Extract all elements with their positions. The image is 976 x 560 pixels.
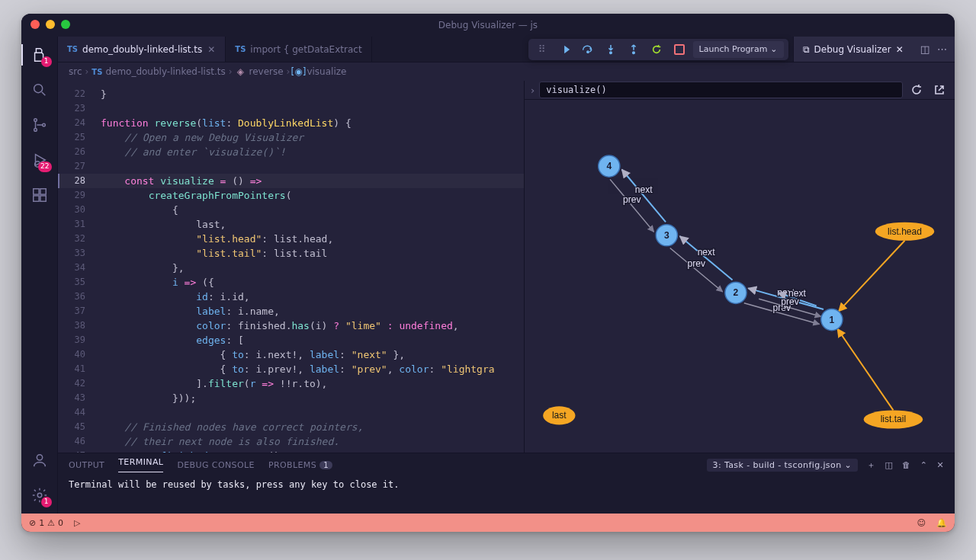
chevron-right-icon[interactable]: › (531, 85, 535, 96)
svg-line-32 (839, 241, 905, 312)
code-editor[interactable]: 2223242526272829303132333435363738394041… (58, 81, 524, 453)
bc-part: reverse (249, 66, 283, 77)
warning-icon: ⚠ (47, 518, 55, 528)
step-over-icon[interactable] (579, 40, 597, 59)
svg-point-10 (37, 493, 42, 498)
svg-rect-8 (40, 196, 45, 201)
gear-icon[interactable]: 1 (29, 485, 50, 506)
svg-point-3 (42, 123, 45, 126)
lang-icon: TS (92, 68, 102, 76)
svg-text:1: 1 (829, 315, 834, 325)
refresh-icon[interactable] (907, 81, 926, 99)
panel-tab-output[interactable]: OUTPUT (69, 460, 104, 470)
panel-tab-debug-console[interactable]: DEBUG CONSOLE (177, 460, 255, 470)
svg-point-12 (609, 52, 612, 54)
code-body: } function reverse(list: DoublyLinkedLis… (58, 81, 524, 453)
debug-badge: 22 (38, 162, 51, 172)
svg-text:3: 3 (664, 230, 669, 241)
account-icon[interactable] (29, 450, 50, 471)
svg-point-1 (34, 119, 37, 122)
status-problems[interactable]: ⊘1 ⚠0 (29, 518, 63, 528)
tab-visualizer[interactable]: ⧉ Debug Visualizer ✕ (793, 37, 913, 62)
statusbar: ⊘1 ⚠0 ▷ ☺ 🔔 (21, 514, 955, 532)
visualizer-canvas[interactable]: prevnextprevnextprevnextnextprevlist.hea… (525, 100, 955, 470)
svg-text:prev: prev (623, 194, 641, 205)
zoom-icon[interactable] (61, 20, 70, 29)
bc-part: src (69, 66, 82, 77)
play-icon: ▷ (74, 518, 80, 528)
bc-part: demo_doubly-linked-list.ts (105, 66, 225, 77)
explorer-icon[interactable]: 1 (29, 44, 50, 66)
launch-label: Launch Program (699, 44, 768, 54)
close-icon[interactable]: ✕ (207, 44, 216, 55)
restart-icon[interactable] (647, 40, 666, 59)
tab-label: demo_doubly-linked-list.ts (82, 44, 202, 55)
more-icon[interactable]: ⋯ (937, 43, 947, 55)
bc-part: visualize (307, 66, 346, 77)
source-control-icon[interactable] (29, 114, 50, 136)
current-line-highlight (58, 174, 524, 188)
svg-point-13 (632, 52, 634, 54)
terminal-body[interactable]: Terminal will be reused by tasks, press … (58, 476, 955, 514)
visualizer-input[interactable] (539, 82, 903, 98)
svg-point-11 (586, 51, 588, 53)
window-controls (30, 20, 70, 29)
close-icon[interactable]: ✕ (896, 44, 904, 55)
extensions-icon[interactable] (29, 184, 50, 206)
search-icon[interactable] (29, 79, 50, 101)
svg-text:4: 4 (606, 161, 612, 171)
panel-tab-terminal[interactable]: TERMINAL (118, 457, 163, 472)
close-icon[interactable] (30, 20, 40, 29)
panel-tab-problems[interactable]: PROBLEMS1 (268, 460, 332, 470)
svg-text:2: 2 (734, 287, 739, 298)
status-debug-start[interactable]: ▷ (74, 518, 80, 528)
window: Debug Visualizer — js 1 22 (21, 14, 955, 532)
error-icon: ⊘ (29, 518, 36, 528)
svg-text:next: next (635, 184, 653, 195)
editor-actions: ◫ ⋯ (913, 37, 955, 62)
tab-label: import { getDataExtract (250, 44, 361, 55)
window-title: Debug Visualizer — js (438, 20, 538, 30)
chevron-right-icon: › (229, 66, 233, 77)
svg-text:list.head: list.head (888, 226, 922, 237)
bell-icon[interactable]: 🔔 (936, 518, 947, 528)
titlebar: Debug Visualizer — js (21, 14, 955, 37)
tab-label: Debug Visualizer (814, 44, 891, 55)
split: 2223242526272829303132333435363738394041… (58, 81, 955, 453)
chevron-right-icon: › (287, 66, 291, 77)
split-editor-icon[interactable]: ◫ (920, 43, 929, 55)
svg-text:prev: prev (687, 258, 705, 269)
main: 1 22 1 (21, 37, 955, 514)
feedback-icon[interactable]: ☺ (917, 518, 926, 528)
visualizer-icon: ⧉ (803, 44, 810, 55)
chevron-right-icon: › (85, 66, 89, 77)
launch-config[interactable]: Launch Program ⌄ (693, 41, 784, 58)
settings-badge: 1 (41, 497, 52, 507)
activitybar: 1 22 1 (21, 37, 58, 514)
editor-area: TS demo_doubly-linked-list.ts ✕ TS impor… (58, 37, 955, 514)
continue-icon[interactable] (556, 40, 574, 59)
step-out-icon[interactable] (624, 40, 643, 59)
lang-icon: TS (235, 45, 246, 53)
variable-icon: [◉] (293, 66, 303, 77)
tab-snippet[interactable]: TS import { getDataExtract (226, 37, 371, 62)
open-external-icon[interactable] (930, 81, 949, 99)
breadcrumbs[interactable]: src › TS demo_doubly-linked-list.ts › ◈ … (58, 62, 955, 81)
svg-text:list.tail: list.tail (881, 414, 907, 424)
run-debug-icon[interactable]: 22 (29, 149, 50, 171)
explorer-badge: 1 (41, 56, 52, 67)
svg-text:prev: prev (781, 296, 799, 307)
svg-point-2 (34, 129, 37, 132)
stop-icon[interactable] (670, 40, 689, 59)
svg-rect-7 (33, 196, 38, 201)
drag-handle-icon[interactable]: ⠿ (533, 40, 551, 59)
svg-point-0 (34, 85, 42, 93)
svg-text:last: last (552, 410, 567, 421)
debug-visualizer: › prevnextprevnextprevnextnextpre (524, 81, 955, 453)
minimize-icon[interactable] (46, 20, 55, 29)
chevron-down-icon: ⌄ (770, 44, 777, 54)
debug-toolbar: ⠿ Launch Program ⌄ (528, 39, 788, 60)
step-into-icon[interactable] (602, 40, 620, 59)
svg-rect-6 (40, 189, 45, 194)
tab-file[interactable]: TS demo_doubly-linked-list.ts ✕ (58, 37, 226, 62)
